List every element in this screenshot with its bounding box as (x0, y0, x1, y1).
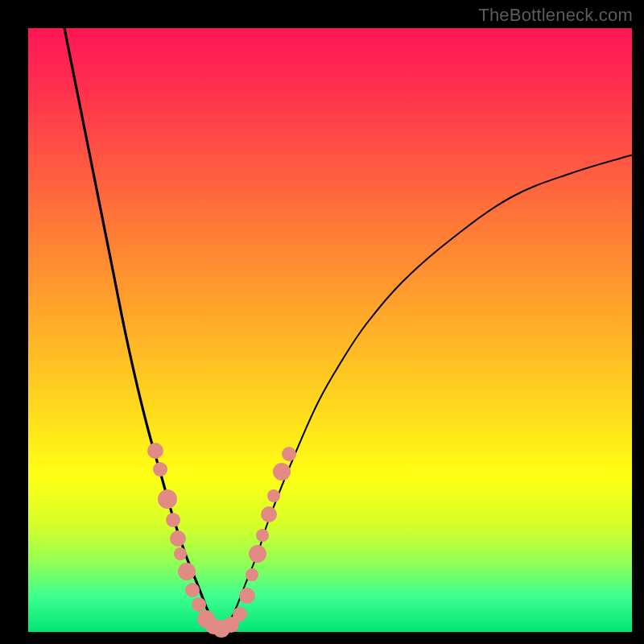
data-point (147, 443, 163, 459)
data-point (267, 489, 280, 502)
watermark: TheBottleneck.com (478, 5, 633, 26)
plot-area (28, 28, 632, 632)
curve-left (64, 28, 221, 632)
data-point (185, 583, 200, 597)
data-point (170, 530, 186, 547)
data-point (166, 513, 180, 527)
data-point (273, 463, 291, 481)
data-point (261, 506, 277, 522)
data-point (233, 607, 247, 621)
data-point (153, 462, 167, 477)
data-point (282, 447, 296, 461)
data-point (239, 588, 255, 604)
data-point (249, 545, 266, 563)
curves-svg (28, 28, 632, 632)
curve-right (221, 155, 632, 633)
data-point (174, 547, 187, 560)
data-point (256, 529, 269, 542)
chart-frame: TheBottleneck.com (0, 0, 644, 644)
data-point (158, 489, 177, 509)
data-point (178, 563, 196, 580)
data-point (246, 568, 258, 581)
